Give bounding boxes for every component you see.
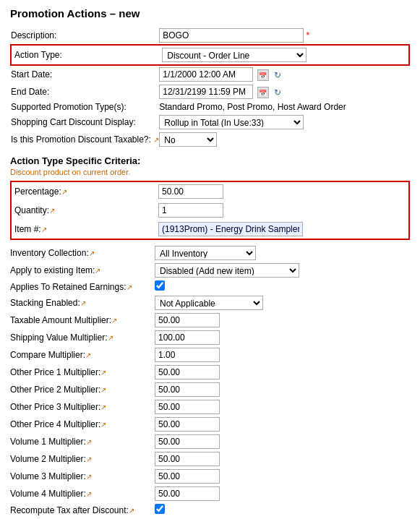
action-type-label: Action Type:	[11, 45, 159, 65]
volume3-input[interactable]	[155, 469, 220, 484]
taxable-select[interactable]: No	[159, 132, 217, 147]
stacking-hint-icon[interactable]: ↗	[80, 299, 86, 307]
other-price2-label: Other Price 2 Multiplier:↗	[10, 381, 155, 398]
other-price4-label: Other Price 4 Multiplier:↗	[10, 416, 155, 433]
quantity-hint-icon[interactable]: ↗	[49, 207, 55, 215]
shopping-cart-select[interactable]: Rollup in Total (In Use:33)	[159, 115, 304, 129]
start-date-input[interactable]	[159, 67, 253, 82]
other-price3-hint-icon[interactable]: ↗	[100, 403, 106, 411]
stacking-select[interactable]: Not Applicable Enabled Disabled	[155, 296, 263, 310]
volume2-label: Volume 2 Multiplier:↗	[10, 450, 155, 468]
apply-existing-hint-icon[interactable]: ↗	[95, 267, 100, 275]
retained-earnings-checkbox[interactable]	[155, 280, 165, 291]
volume1-label: Volume 1 Multiplier:↗	[10, 433, 155, 450]
volume3-label: Volume 3 Multiplier:↗	[10, 468, 155, 485]
apply-existing-select[interactable]: Disabled (Add new item) Enabled	[155, 263, 299, 278]
taxable-amount-hint-icon[interactable]: ↗	[111, 317, 117, 325]
volume1-hint-icon[interactable]: ↗	[86, 438, 92, 446]
item-input[interactable]	[158, 222, 303, 236]
recompute-checkbox[interactable]	[155, 504, 165, 514]
shipping-value-hint-icon[interactable]: ↗	[108, 334, 113, 342]
volume4-input[interactable]	[155, 486, 220, 501]
shipping-value-input[interactable]	[155, 330, 220, 345]
recompute-hint-icon[interactable]: ↗	[129, 507, 134, 515]
volume4-hint-icon[interactable]: ↗	[86, 490, 92, 498]
action-type-select[interactable]: Discount - Order Line	[162, 48, 307, 62]
quantity-label: Quantity:↗	[11, 201, 155, 220]
start-date-calendar-icon[interactable]: 📅	[257, 69, 269, 81]
stacking-label: Stacking Enabled:↗	[10, 294, 155, 312]
inventory-collection-label: Inventory Collection:↗	[10, 244, 155, 262]
shopping-cart-label: Shopping Cart Discount Display:	[11, 113, 159, 131]
other-price4-hint-icon[interactable]: ↗	[100, 421, 106, 429]
recompute-label: Recompute Tax after Discount:↗	[10, 502, 155, 518]
other-price1-label: Other Price 1 Multiplier:↗	[10, 364, 155, 381]
compare-input[interactable]	[155, 348, 220, 362]
shipping-value-label: Shipping Value Multiplier:↗	[10, 329, 155, 346]
other-price2-hint-icon[interactable]: ↗	[100, 386, 106, 394]
supported-promo-label: Supported Promotion Type(s):	[11, 100, 159, 113]
inventory-collection-hint-icon[interactable]: ↗	[89, 249, 95, 257]
other-price3-input[interactable]	[155, 400, 220, 414]
retained-earnings-hint-icon[interactable]: ↗	[127, 283, 132, 291]
volume3-hint-icon[interactable]: ↗	[86, 473, 92, 481]
other-price1-hint-icon[interactable]: ↗	[100, 369, 106, 377]
end-date-input[interactable]	[159, 85, 253, 99]
percentage-input[interactable]	[158, 184, 223, 199]
retained-earnings-label: Applies To Retained Earnings:↗	[10, 279, 155, 294]
percentage-label: Percentage:↗	[11, 181, 155, 201]
apply-existing-label: Apply to existing Item:↗	[10, 262, 155, 279]
volume1-input[interactable]	[155, 434, 220, 449]
supported-promo-value: Standard Promo, Post Promo, Host Award O…	[159, 100, 409, 113]
end-date-refresh-icon[interactable]: ↻	[272, 87, 283, 98]
taxable-hint-icon[interactable]: ↗	[153, 136, 159, 144]
other-price4-input[interactable]	[155, 417, 220, 432]
end-date-calendar-icon[interactable]: 📅	[257, 87, 269, 98]
volume2-input[interactable]	[155, 452, 220, 466]
taxable-amount-label: Taxable Amount Multiplier:↗	[10, 312, 155, 329]
item-label: Item #:↗	[11, 220, 155, 239]
description-input[interactable]	[159, 28, 304, 43]
page-title: Promotion Actions – new	[10, 7, 410, 20]
start-date-label: Start Date:	[11, 65, 159, 83]
volume2-hint-icon[interactable]: ↗	[86, 455, 92, 463]
criteria-header: Action Type Specific Criteria:	[10, 155, 410, 166]
end-date-label: End Date:	[11, 83, 159, 100]
compare-hint-icon[interactable]: ↗	[85, 351, 91, 359]
quantity-input[interactable]	[158, 203, 223, 218]
taxable-label: Is this Promotion Discount Taxable?: ↗	[11, 131, 159, 148]
description-label: Description:	[11, 27, 159, 45]
inventory-collection-select[interactable]: All Inventory Inventory	[155, 246, 256, 260]
other-price3-label: Other Price 3 Multiplier:↗	[10, 398, 155, 416]
other-price1-input[interactable]	[155, 365, 220, 379]
volume4-label: Volume 4 Multiplier:↗	[10, 485, 155, 502]
start-date-refresh-icon[interactable]: ↻	[272, 69, 283, 81]
compare-label: Compare Multiplier:↗	[10, 346, 155, 364]
description-required: *	[307, 30, 310, 40]
criteria-sub: Discount product on current order.	[10, 168, 410, 176]
item-hint-icon[interactable]: ↗	[41, 226, 47, 233]
percentage-hint-icon[interactable]: ↗	[61, 188, 67, 196]
other-price2-input[interactable]	[155, 382, 220, 397]
taxable-amount-input[interactable]	[155, 313, 220, 327]
